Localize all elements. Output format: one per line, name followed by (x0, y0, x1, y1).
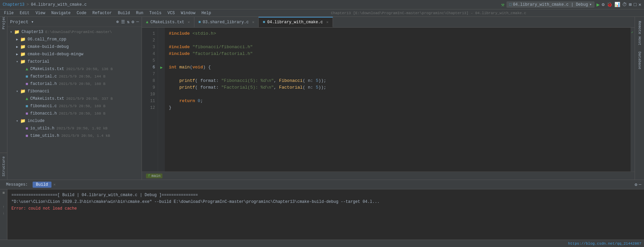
project-tab-icon[interactable]: Project (0, 18, 7, 25)
status-link[interactable]: https://blog.csdn.net/qq_21442867 (568, 242, 641, 246)
include-kw-4: #include (169, 51, 190, 57)
code-line-9: printf ( format: "Factorial(5): %d\n" , … (169, 84, 627, 91)
tree-item-include[interactable]: ▾ 📁 include (7, 117, 142, 125)
shared-library-tab-close[interactable]: ✕ (252, 20, 255, 24)
menu-window[interactable]: Window (178, 10, 198, 16)
code-editor: 1 2 3 4 5 6 7 8 9 10 11 12 ▶ (142, 28, 635, 172)
bottom-minimize-icon[interactable]: — (639, 182, 641, 187)
bottom-settings-icon[interactable]: ⚙ (635, 182, 637, 187)
tree-item-factorial-cmake[interactable]: ▲ CMakeLists.txt 2021/5/9 20:50, 136 B (7, 65, 142, 73)
stop-icon[interactable]: ■ (2, 191, 5, 195)
menu-navigate[interactable]: Navigate (48, 10, 73, 16)
cmake-build-debug-label: cmake-build-debug (28, 44, 69, 49)
breadcrumb-chapter[interactable]: Chapter13 (3, 2, 25, 7)
menu-view[interactable]: View (33, 10, 48, 16)
tree-item-fibonacci-c[interactable]: ■ fibonacci.c 2021/5/9 20:50, 169 B (7, 102, 142, 110)
factorial-cmake-icon: ▲ (26, 67, 28, 72)
tree-root[interactable]: ▾ 📁 Chapter13 E:\download\ProgramInC-mas… (7, 28, 142, 36)
tree-item-cmake-build-debug[interactable]: ▶ 📁 cmake-build-debug (7, 43, 142, 51)
menu-refactor[interactable]: Refactor (90, 10, 115, 16)
fn-badge-icon: f (148, 174, 150, 178)
code-line-1: #include <stdio.h> (169, 30, 627, 37)
title-bar-left: Chapter13 > 04.library_with_cmake.c (3, 2, 498, 7)
code-line-4: #include "factorial/factorial.h" (169, 51, 627, 57)
factorial-label: factorial (28, 59, 49, 64)
tab-library-cmake[interactable]: ■ 04.library_with_cmake.c ✕ (259, 17, 333, 27)
line-num-1: 1 (142, 30, 158, 37)
cmake-tab-icon: ▲ (146, 20, 148, 25)
panel-sort-icon[interactable]: ⇅ (127, 19, 130, 25)
line-num-11: 11 (142, 98, 158, 104)
error-line: Error: could not load cache (11, 206, 640, 212)
factorial-h-label: factorial.h (30, 82, 57, 86)
code-line-11: return 0 ; (169, 98, 627, 104)
menu-edit[interactable]: Edit (17, 10, 32, 16)
menu-build[interactable]: Build (115, 10, 132, 16)
scroll-up-icon[interactable]: ↑ (2, 205, 5, 210)
tab-cmake-label: CMakeLists.txt (150, 20, 184, 25)
factorial-h-meta: 2021/5/9 20:50, 160 B (59, 82, 106, 86)
run-button[interactable]: ▶ (597, 1, 600, 8)
gutter-3 (158, 44, 165, 51)
config-label: 04.library_with_cmake.c | Debug (513, 2, 588, 7)
menu-tools[interactable]: Tools (147, 10, 164, 16)
debug-icon[interactable]: 🐞 (607, 2, 612, 7)
run-line-6-icon[interactable]: ▶ (160, 65, 162, 70)
close-icon[interactable]: ✕ (639, 2, 641, 7)
panel-collapse-icon[interactable]: ☰ (121, 19, 125, 25)
gutter-6[interactable]: ▶ (158, 64, 165, 71)
build-tab[interactable]: Build (33, 182, 51, 188)
tab-shared-library[interactable]: ■ 03.shared_library.c ✕ (194, 17, 259, 27)
tree-item-call-from-cpp[interactable]: ▶ 📁 06.call_from_cpp (7, 36, 142, 43)
tree-item-factorial-h[interactable]: ■ factorial.h 2021/5/9 20:50, 160 B (7, 80, 142, 88)
build-tab-close[interactable]: ✕ (53, 182, 56, 187)
tab-cmake[interactable]: ▲ CMakeLists.txt ✕ (142, 17, 194, 27)
scroll-down-icon[interactable]: ↓ (2, 211, 5, 216)
structure-tab[interactable]: Structure (0, 153, 7, 180)
tree-item-factorial[interactable]: ▾ 📁 factorial (7, 58, 142, 65)
tree-item-fibonacci-cmake[interactable]: ▲ CMakeLists.txt 2021/5/9 20:50, 337 B (7, 95, 142, 102)
line-num-7: 7 (142, 71, 158, 78)
tree-item-cmake-build-debug-mingw[interactable]: ▶ 📁 cmake-build-debug-mingw (7, 51, 142, 58)
factorial-h-icon: ■ (26, 82, 28, 87)
gutter-7 (158, 71, 165, 78)
panel-header: Project ▾ ⊕ ☰ ⇅ ⚙ — (7, 17, 142, 27)
tree-item-fibonacci-h[interactable]: ■ fibonacci.h 2021/5/9 20:50, 160 B (7, 110, 142, 117)
database-tab[interactable]: Database (636, 49, 643, 72)
menu-file[interactable]: File (1, 10, 16, 16)
gutter-5 (158, 57, 165, 64)
fibonacci-fn: Fibonacci (279, 78, 303, 84)
chevron-down-icon[interactable]: ▾ (589, 2, 592, 7)
tree-item-time-utils[interactable]: ■ time_utils.h 2021/5/9 20:50, 1.4 kB (7, 132, 142, 140)
main-fn: main (179, 64, 190, 71)
profile-icon[interactable]: ⏱ (622, 2, 627, 7)
menu-run[interactable]: Run (133, 10, 146, 16)
fibonacci-h-meta: 2021/5/9 20:50, 160 B (59, 112, 106, 116)
gutter-1 (158, 30, 165, 37)
panel-minimize-icon[interactable]: — (136, 19, 139, 24)
panel-sync-icon[interactable]: ⊕ (116, 19, 119, 25)
messages-label: Messages: (3, 182, 31, 188)
build-icon[interactable]: ⚙ (602, 2, 604, 7)
menu-vcs[interactable]: VCS (165, 10, 178, 16)
tree-item-factorial-c[interactable]: ■ factorial.c 2021/5/9 20:50, 144 B (7, 73, 142, 80)
terminal-icon[interactable]: ⊞ (629, 2, 632, 7)
coverage-icon[interactable]: 📊 (614, 2, 620, 7)
panel-settings-icon[interactable]: ⚙ (131, 19, 134, 25)
gutter-8 (158, 78, 165, 84)
remote-host-tab[interactable]: Remote Host (636, 18, 643, 48)
debug-config[interactable]: □ 04.library_with_cmake.c | Debug ▾ (506, 1, 595, 8)
tree-item-io-utils[interactable]: ■ io_utils.h 2021/5/9 20:50, 1.92 kB (7, 125, 142, 132)
menu-code[interactable]: Code (74, 10, 89, 16)
bottom-panel: Messages: Build ✕ ⚙ — ■ ↑ ↓ ============… (0, 180, 644, 247)
menu-help[interactable]: Help (199, 10, 214, 16)
gutter-4 (158, 51, 165, 57)
tree-item-fibonacci[interactable]: ▾ 📁 fibonacci (7, 88, 142, 95)
call-from-cpp-label: 06.call_from_cpp (28, 37, 66, 42)
library-cmake-tab-close[interactable]: ✕ (326, 20, 329, 24)
cmake-tab-close[interactable]: ✕ (188, 20, 190, 24)
line-numbers: 1 2 3 4 5 6 7 8 9 10 11 12 (142, 28, 158, 172)
include-icon: 📁 (20, 118, 26, 124)
code-content[interactable]: #include <stdio.h> #include "fibonacci/f… (165, 28, 631, 172)
maximize-icon[interactable]: □ (634, 2, 636, 7)
